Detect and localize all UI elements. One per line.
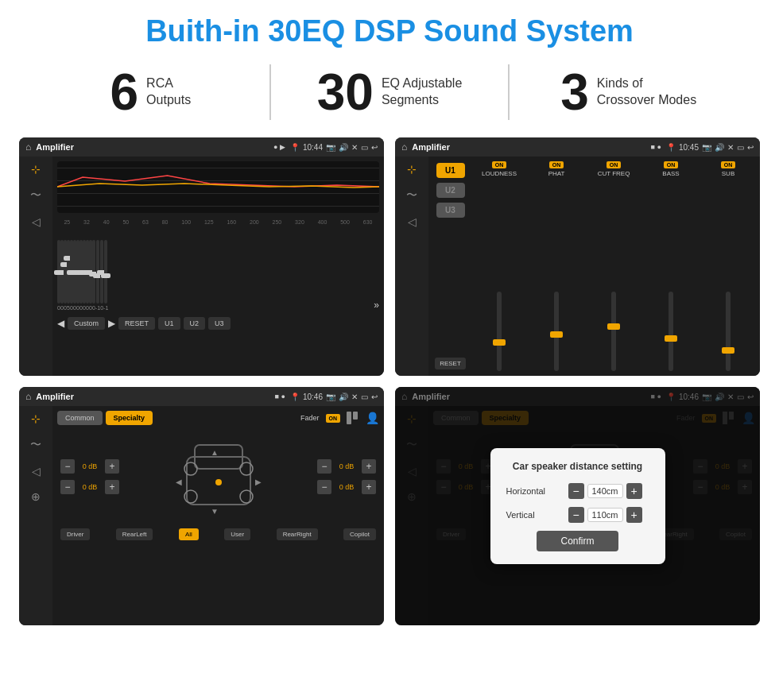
vol-minus-fl[interactable]: −: [60, 459, 75, 474]
topbar-eq: ⌂ Amplifier ● ▶ 📍 10:44 📷 🔊 ✕ ▭ ↩: [19, 137, 384, 157]
eq-sidebar-icon1[interactable]: ⊹: [31, 163, 41, 176]
eq-u3-button[interactable]: U3: [208, 317, 231, 330]
topbar-mode-fader: ■ ●: [275, 393, 285, 400]
minimize-icon-fader[interactable]: ▭: [361, 393, 368, 401]
close-icon-crossover[interactable]: ✕: [727, 143, 734, 152]
fader-top-row: Common Specialty Fader ON 👤: [57, 411, 379, 425]
phat-slider-area[interactable]: [529, 179, 583, 371]
stat-rca: 6 RCA Outputs: [48, 67, 254, 118]
home-icon-crossover[interactable]: ⌂: [401, 141, 407, 153]
fader-bar2: [353, 412, 358, 420]
eq-label-9: 200: [250, 219, 259, 225]
svg-text:▼: ▼: [211, 507, 219, 516]
eq-label-4: 63: [142, 219, 149, 225]
vol-plus-fl[interactable]: +: [105, 459, 119, 474]
common-tab-button[interactable]: Common: [57, 411, 103, 425]
confirm-button[interactable]: Confirm: [537, 531, 618, 551]
copilot-button[interactable]: Copilot: [343, 528, 376, 540]
dialog-vertical-plus[interactable]: +: [626, 507, 642, 523]
eq-next-button[interactable]: ▶: [108, 318, 115, 329]
eq-slider-14[interactable]: -1: [103, 240, 108, 311]
u2-button[interactable]: U2: [436, 183, 465, 198]
vol-rear-left: − 0 dB +: [60, 480, 119, 494]
svg-point-6: [215, 479, 222, 485]
eq-label-3: 50: [122, 219, 129, 225]
vol-minus-rr[interactable]: −: [317, 480, 331, 494]
eq-label-5: 80: [162, 219, 169, 225]
loudness-slider-area[interactable]: [472, 179, 526, 371]
eq-main: 25 32 40 50 63 80 100 125 160 200 250 32…: [52, 157, 384, 376]
eq-sidebar-icon3[interactable]: ◁: [32, 215, 41, 228]
eq-reset-button[interactable]: RESET: [118, 317, 155, 330]
dialog-vertical-minus[interactable]: −: [568, 507, 584, 523]
bass-slider-area[interactable]: [644, 179, 698, 371]
user-button[interactable]: User: [224, 528, 250, 540]
dialog-horizontal-stepper: − 140cm +: [568, 483, 642, 499]
crossover-sidebar-icon3[interactable]: ◁: [408, 215, 417, 228]
time-fader: 10:46: [303, 393, 323, 401]
eq-label-14: 630: [363, 219, 373, 225]
home-icon-fader[interactable]: ⌂: [25, 391, 31, 402]
sub-slider-area[interactable]: [701, 179, 755, 371]
crossover-u-buttons: U1 U2 U3 RESET: [428, 157, 472, 376]
home-icon-eq[interactable]: ⌂: [25, 141, 31, 153]
channel-cutfreq: ON CUT FREQ: [587, 161, 641, 371]
back-icon-eq[interactable]: ↩: [371, 143, 378, 152]
speaker-layout: − 0 dB + − 0 dB +: [57, 430, 379, 524]
vol-minus-rl[interactable]: −: [60, 480, 75, 494]
u3-button[interactable]: U3: [436, 203, 465, 218]
vol-plus-rr[interactable]: +: [362, 480, 376, 494]
minimize-icon-eq[interactable]: ▭: [361, 143, 368, 152]
vol-value-fr: 0 dB: [335, 462, 358, 470]
back-icon-crossover[interactable]: ↩: [747, 143, 754, 152]
bass-name: BASS: [662, 170, 679, 177]
vol-value-rl: 0 dB: [78, 483, 102, 491]
cutfreq-slider-area[interactable]: [587, 179, 641, 371]
cutfreq-on-badge: ON: [607, 161, 622, 168]
eq-label-2: 40: [103, 219, 110, 225]
fader-sidebar-icon2[interactable]: 〜: [30, 438, 41, 452]
dialog-vertical-label: Vertical: [506, 510, 562, 520]
sound-icon-eq: 🔊: [339, 143, 348, 152]
crossover-reset-button[interactable]: RESET: [435, 358, 466, 369]
topbar-crossover: ⌂ Amplifier ■ ● 📍 10:45 📷 🔊 ✕ ▭ ↩: [395, 137, 760, 157]
fader-label: Fader: [300, 414, 320, 422]
sound-icon-crossover: 🔊: [715, 143, 724, 152]
specialty-tab-button[interactable]: Specialty: [106, 411, 153, 425]
eq-prev-button[interactable]: ◀: [57, 318, 64, 329]
minimize-icon-crossover[interactable]: ▭: [737, 143, 744, 152]
rearright-button[interactable]: RearRight: [277, 528, 318, 540]
eq-next-icon[interactable]: »: [374, 300, 379, 311]
fader-sidebar-icon3[interactable]: ◁: [32, 465, 41, 478]
car-diagram: ▲ ▼ ◀ ▶: [171, 433, 266, 520]
close-icon-fader[interactable]: ✕: [351, 393, 358, 401]
phat-name: PHAT: [548, 170, 565, 177]
rearleft-button[interactable]: RearLeft: [116, 528, 153, 540]
driver-button[interactable]: Driver: [60, 528, 90, 540]
crossover-sidebar-icon1[interactable]: ⊹: [407, 163, 417, 176]
eq-u2-button[interactable]: U2: [184, 317, 206, 330]
close-icon-eq[interactable]: ✕: [351, 143, 358, 152]
all-button[interactable]: All: [179, 528, 199, 540]
dialog-horizontal-plus[interactable]: +: [626, 483, 642, 499]
sound-icon-fader: 🔊: [339, 393, 348, 401]
location-icon-eq: 📍: [290, 143, 300, 152]
fader-sidebar-icon1[interactable]: ⊹: [31, 412, 41, 425]
vol-plus-rl[interactable]: +: [105, 480, 119, 494]
back-icon-fader[interactable]: ↩: [371, 393, 378, 401]
eq-preset-label[interactable]: Custom: [68, 317, 105, 330]
svg-text:◀: ◀: [176, 478, 182, 486]
eq-u1-button[interactable]: U1: [158, 317, 180, 330]
crossover-sidebar-icon2[interactable]: 〜: [406, 188, 417, 203]
dialog-horizontal-minus[interactable]: −: [568, 483, 584, 499]
fader-sidebar-icon4[interactable]: ⊕: [31, 490, 41, 503]
left-vol-controls: − 0 dB + − 0 dB +: [60, 459, 119, 494]
eq-sidebar-icon2[interactable]: 〜: [30, 188, 41, 203]
stat-label-rca: RCA Outputs: [146, 75, 191, 109]
vol-plus-fr[interactable]: +: [362, 459, 376, 474]
u1-button[interactable]: U1: [436, 163, 465, 178]
vol-minus-fr[interactable]: −: [317, 459, 331, 474]
stats-row: 6 RCA Outputs 30 EQ Adjustable Segments …: [0, 56, 779, 133]
eq-graph: [57, 161, 379, 213]
crossover-main: U1 U2 U3 RESET ON LOUDNESS: [428, 157, 760, 376]
